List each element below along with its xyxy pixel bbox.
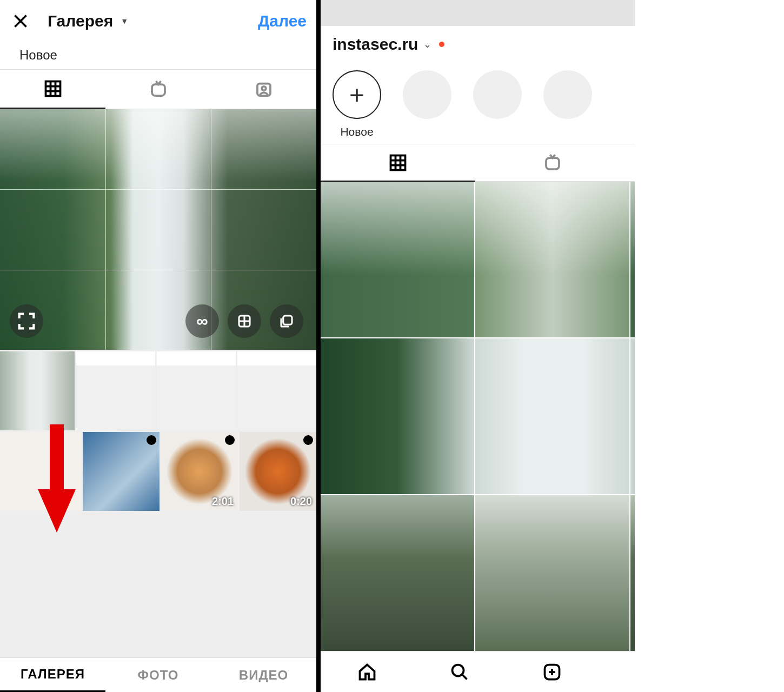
grid-line: [105, 109, 106, 350]
story-placeholder[interactable]: [403, 70, 451, 119]
phone-left: Галерея ▼ Далее Новое: [0, 0, 316, 692]
story-circle: [403, 70, 451, 119]
nav-home[interactable]: [353, 658, 381, 686]
phone-separator: [316, 0, 321, 692]
feed-tab-igtv[interactable]: [475, 144, 630, 181]
bottom-tab-gallery[interactable]: ГАЛЕРЕЯ: [0, 658, 105, 692]
boomerang-button[interactable]: ∞: [185, 304, 219, 338]
video-duration: 2:01: [212, 495, 234, 508]
chevron-down-icon[interactable]: ⌄: [423, 38, 431, 50]
thumb-item[interactable]: [0, 351, 75, 430]
svg-rect-0: [45, 82, 60, 96]
plus-icon: +: [333, 70, 381, 119]
tiktok-badge-icon: [147, 435, 156, 445]
left-bottom-tabs: ГАЛЕРЕЯ ФОТО ВИДЕО: [0, 657, 316, 692]
tiktok-badge-icon: [303, 435, 313, 445]
new-section-label: Новое: [0, 42, 316, 69]
mode-tab-tagged[interactable]: [211, 70, 316, 109]
nav-search[interactable]: [446, 658, 474, 686]
story-add-label: Новое: [340, 125, 373, 138]
layout-button[interactable]: [228, 304, 261, 338]
igtv-icon: [149, 79, 168, 99]
igtv-icon: [543, 153, 562, 172]
thumb-item[interactable]: 0:20: [240, 432, 316, 511]
notification-dot-icon: [439, 42, 444, 47]
story-placeholder[interactable]: [543, 70, 592, 119]
tiktok-badge-icon: [225, 435, 235, 445]
thumb-item[interactable]: [83, 432, 160, 511]
crop-expand-icon: [16, 310, 37, 332]
crop-mask: [635, 0, 784, 692]
feed-cell[interactable]: [475, 495, 629, 651]
svg-rect-1: [152, 84, 165, 96]
home-icon: [357, 662, 377, 682]
close-icon: [11, 11, 30, 31]
story-circle: [543, 70, 592, 119]
search-icon: [450, 662, 469, 682]
thumb-item[interactable]: 2:01: [161, 432, 238, 511]
feed-cell[interactable]: [475, 338, 629, 494]
bottom-tab-video[interactable]: ВИДЕО: [211, 658, 316, 692]
thumb-item[interactable]: [157, 351, 236, 430]
feed-cell[interactable]: [475, 182, 629, 337]
source-picker-title[interactable]: Галерея: [48, 12, 113, 30]
svg-rect-6: [390, 156, 405, 170]
grid-line: [0, 270, 316, 270]
mode-tab-grid[interactable]: [0, 70, 105, 109]
crop-free-button[interactable]: [10, 304, 43, 338]
mode-tab-igtv[interactable]: [105, 70, 211, 109]
add-post-icon: [542, 662, 562, 682]
tagged-icon: [254, 79, 274, 99]
feed-cell[interactable]: [321, 338, 474, 494]
svg-rect-5: [283, 316, 292, 324]
next-button[interactable]: Далее: [258, 12, 307, 30]
left-header: Галерея ▼ Далее: [0, 0, 316, 42]
story-placeholder[interactable]: [473, 70, 522, 119]
svg-point-10: [453, 664, 464, 676]
feed-cell[interactable]: [321, 495, 474, 651]
layout-icon: [236, 313, 253, 329]
left-mode-tabs: [0, 69, 316, 109]
bottom-tab-photo[interactable]: ФОТО: [105, 658, 211, 692]
multi-select-button[interactable]: [270, 304, 303, 338]
image-preview[interactable]: ∞: [0, 109, 316, 350]
infinity-icon: ∞: [196, 312, 208, 330]
feed-tab-grid[interactable]: [321, 144, 475, 181]
svg-rect-7: [546, 158, 559, 169]
chevron-down-icon: ▼: [121, 17, 128, 25]
thumb-item[interactable]: [0, 432, 81, 511]
grid-icon: [388, 153, 408, 172]
username[interactable]: instasec.ru: [333, 35, 418, 54]
nav-add[interactable]: [538, 658, 566, 686]
video-duration: 0:20: [290, 495, 312, 508]
thumb-row: 2:01 0:20: [0, 432, 316, 511]
story-circle: [473, 70, 522, 119]
close-button[interactable]: [10, 10, 31, 32]
thumb-item[interactable]: [76, 351, 155, 430]
thumb-item[interactable]: [237, 351, 316, 430]
story-add[interactable]: + Новое: [333, 70, 381, 138]
multi-select-icon: [278, 313, 295, 329]
thumb-row: [0, 351, 316, 430]
grid-icon: [43, 79, 63, 98]
svg-point-3: [262, 86, 266, 91]
feed-cell[interactable]: [321, 182, 474, 337]
grid-line: [0, 189, 316, 190]
gallery-thumbnails: 2:01 0:20: [0, 350, 316, 657]
